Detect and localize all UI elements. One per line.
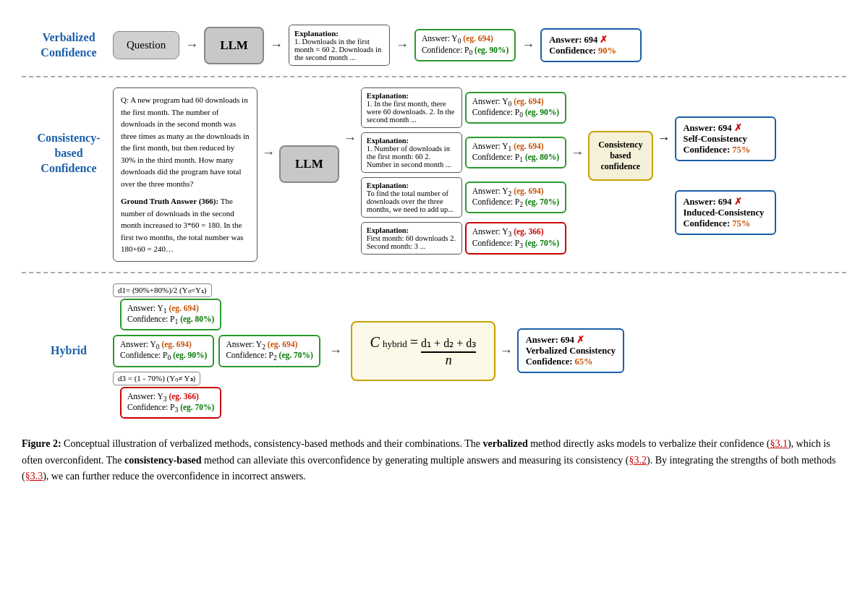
hybrid-answer-y1: Answer: Y1 (eg. 694) Confidence: P1 (eg.… <box>120 299 221 331</box>
ans-line2-2: Confidence: P2 (eg. 70%) <box>472 197 559 208</box>
consistency-label: Consistency- based Confidence <box>29 131 109 176</box>
verbalized-label: Verbalized Confidence <box>29 30 109 61</box>
verbalized-label-col: Verbalized Confidence <box>29 30 109 61</box>
d3-label: d3 = (1 - 70%) (Y₀≠ Y₃) <box>113 372 200 385</box>
d1-label: d1= (90%+80%)/2 (Y₀=Y₁) <box>113 283 212 297</box>
consistency-box-line2: based <box>598 150 642 161</box>
explanation-3: Explanation: First month: 60 downloads 2… <box>361 222 462 255</box>
caption-ref1: §3.1 <box>770 438 788 449</box>
hybrid-y0-group: Answer: Y0 (eg. 694) Confidence: P0 (eg.… <box>113 335 320 367</box>
consistency-pairs-col: Explanation: 1. In the first month, ther… <box>361 87 566 255</box>
arrow-q-to-llm-consistency: → <box>262 145 275 161</box>
explanation-0: Explanation: 1. In the first month, ther… <box>361 87 462 128</box>
hybrid-final-result: Answer: 694 ✗ Verbalized Consistency Con… <box>517 328 624 373</box>
hybrid-left-col: d1= (90%+80%)/2 (Y₀=Y₁) Answer: Y1 (eg. … <box>113 283 320 419</box>
final-answer-line1-verbalized: Answer: 694 ✗ <box>549 34 633 46</box>
arrow-llm-to-pairs: → <box>344 131 357 146</box>
final-answer-verbalized: Answer: 694 ✗ Confidence: 90% <box>540 28 642 62</box>
hybrid-final-line2: Verbalized Consistency <box>526 346 616 356</box>
expl-title-0: Explanation: <box>367 92 456 100</box>
formula-c: C <box>370 334 380 351</box>
hybrid-row: Hybrid d1= (90%+80%)/2 (Y₀=Y₁) Answer: Y… <box>22 273 846 430</box>
figure-label: Figure 2: <box>22 438 61 449</box>
explanation-box-verbalized: Explanation: 1. Downloads in the first m… <box>289 25 390 66</box>
hybrid-answer-y2: Answer: Y2 (eg. 694) Confidence: P2 (eg.… <box>218 335 320 367</box>
formula-sub: hybrid <box>383 338 407 350</box>
caption-text4: method can alleviate this overconfidence… <box>202 455 629 466</box>
pair-1: Explanation: 1. Number of downloads in t… <box>361 132 566 173</box>
hybrid-final-line3: Confidence: 65% <box>526 356 616 367</box>
ans-line1-1: Answer: Y1 (eg. 694) <box>472 142 559 153</box>
pair-0: Explanation: 1. In the first month, ther… <box>361 87 566 128</box>
caption-bold-consistency: consistency-based <box>124 455 202 466</box>
explanation-1: Explanation: 1. Number of downloads in t… <box>361 132 462 173</box>
llm-box-verbalized: LLM <box>204 27 264 64</box>
hybrid-ans-y0-line2: Confidence: P0 (eg. 90%) <box>120 351 207 362</box>
consistency-result2: Answer: 694 ✗ Induced-Consistency Confid… <box>675 190 776 235</box>
hybrid-d1-group: d1= (90%+80%)/2 (Y₀=Y₁) Answer: Y1 (eg. … <box>113 283 320 331</box>
verbalized-row: Verbalized Confidence Question → LLM → E… <box>22 14 846 77</box>
formula-content: Chybrid = d₁ + d₂ + d₃ n <box>367 334 480 368</box>
formula-denominator: n <box>421 353 476 368</box>
hybrid-ans-y2-line2: Confidence: P2 (eg. 70%) <box>226 351 312 362</box>
answer-line1-verbalized: Answer: Y0 (eg. 694) <box>422 34 509 45</box>
formula-equals: = <box>410 334 418 351</box>
expl-title-3: Explanation: <box>367 226 456 234</box>
expl-title-1: Explanation: <box>367 137 456 145</box>
consistency-result1: Answer: 694 ✗ Self-Consistency Confidenc… <box>675 116 776 161</box>
caption-ref2: §3.2 <box>629 455 647 466</box>
explanation-title-verbalized: Explanation: <box>294 29 384 38</box>
arrow-consistency-to-results: → <box>658 131 671 146</box>
caption-bold-verbalized: verbalized <box>483 438 528 449</box>
verbalized-content: Question → LLM → Explanation: 1. Downloa… <box>113 25 839 66</box>
ans-line1-2: Answer: Y2 (eg. 694) <box>472 187 559 197</box>
expl-text-3: First month: 60 downloads 2. Second mont… <box>367 234 456 250</box>
result1-line2: Self-Consistency <box>684 134 767 145</box>
arrow-llm-to-expl: → <box>270 38 283 53</box>
consistency-based-box: Consistency based confidence <box>588 131 652 181</box>
ground-truth-label: Ground Truth Answer (366): <box>121 197 218 205</box>
caption-text6: ), we can further reduce the overconfide… <box>43 471 305 482</box>
answer-1: Answer: Y1 (eg. 694) Confidence: P1 (eg.… <box>465 137 566 169</box>
hybrid-y2-beside: Answer: Y2 (eg. 694) Confidence: P2 (eg.… <box>218 335 320 367</box>
formula-numerator: d₁ + d₂ + d₃ <box>421 336 476 353</box>
arrow-pairs-to-consistency: → <box>571 145 584 161</box>
question-box: Question <box>113 31 179 59</box>
consistency-question-title: Q: A new program had 60 downloads in the… <box>121 94 250 189</box>
arrow-ans-to-final-verbalized: → <box>522 38 535 53</box>
hybrid-ans-y1-line1: Answer: Y1 (eg. 694) <box>127 304 214 315</box>
expl-text-2: To find the total number of downloads ov… <box>367 189 456 213</box>
answer-3: Answer: Y3 (eg. 366) Confidence: P3 (eg.… <box>465 222 566 255</box>
hybrid-ans-y2-line1: Answer: Y2 (eg. 694) <box>226 340 312 351</box>
hybrid-answer-y3: Answer: Y3 (eg. 366) Confidence: P3 (eg.… <box>120 387 221 419</box>
caption-text2: method directly asks models to verbalize… <box>528 438 770 449</box>
arrow-hybrid-to-formula: → <box>329 343 342 359</box>
hybrid-answer-y0: Answer: Y0 (eg. 694) Confidence: P0 (eg.… <box>113 335 214 367</box>
explanation-text-verbalized: 1. Downloads in the first month = 60 2. … <box>294 38 384 61</box>
result1-line1: Answer: 694 ✗ <box>684 122 767 134</box>
formula-box: Chybrid = d₁ + d₂ + d₃ n <box>351 321 495 381</box>
ans-line2-3: Confidence: P3 (eg. 70%) <box>472 239 559 249</box>
hybrid-ans-y3-line2: Confidence: P3 (eg. 70%) <box>127 403 214 414</box>
consistency-box-line1: Consistency <box>598 140 642 150</box>
ans-line1-0: Answer: Y0 (eg. 694) <box>472 97 559 108</box>
arrow-formula-to-final: → <box>500 343 513 359</box>
figure-caption: Figure 2: Conceptual illustration of ver… <box>22 436 846 484</box>
final-answer-line2-verbalized: Confidence: 90% <box>549 46 633 56</box>
consistency-label-col: Consistency- based Confidence <box>29 87 109 176</box>
expl-title-2: Explanation: <box>367 181 456 189</box>
result2-line2: Induced-Consistency <box>684 208 767 218</box>
answer-0: Answer: Y0 (eg. 694) Confidence: P0 (eg.… <box>465 92 566 124</box>
arrow-expl-to-ans: → <box>396 38 409 53</box>
ans-line1-3: Answer: Y3 (eg. 366) <box>472 227 559 238</box>
expl-text-0: 1. In the first month, there were 60 dow… <box>367 100 456 124</box>
ans-line2-0: Confidence: P0 (eg. 90%) <box>472 108 559 119</box>
hybrid-label-col: Hybrid <box>29 343 109 359</box>
result1-line3: Confidence: 75% <box>684 145 767 155</box>
consistency-question-box: Q: A new program had 60 downloads in the… <box>113 87 258 262</box>
hybrid-d3-group: d3 = (1 - 70%) (Y₀≠ Y₃) Answer: Y3 (eg. … <box>113 372 320 419</box>
hybrid-final-line1: Answer: 694 ✗ <box>526 334 616 346</box>
result2-line1: Answer: 694 ✗ <box>684 196 767 208</box>
consistency-row: Consistency- based Confidence Q: A new p… <box>22 77 846 273</box>
llm-box-consistency: LLM <box>279 145 339 183</box>
